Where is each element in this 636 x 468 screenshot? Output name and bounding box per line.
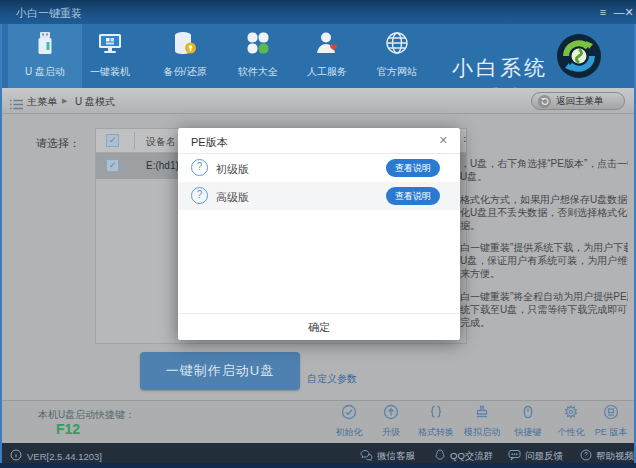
tool-simulate-boot[interactable]: 模拟启动 xyxy=(459,404,505,439)
pe-option-advanced: ? 高级版 查看说明 xyxy=(178,182,460,210)
list-icon xyxy=(10,96,23,114)
database-backup-icon xyxy=(172,30,198,56)
window-left-border xyxy=(0,24,2,463)
help-text-line: 化U盘且不丢失数据，否则选择格式化U盘 xyxy=(460,206,628,219)
row-checkbox[interactable]: ✓ xyxy=(106,159,119,172)
tool-format-convert[interactable]: 格式转换 xyxy=(413,404,459,439)
help-text-line: U盘。 xyxy=(460,170,487,183)
check-circle-icon xyxy=(341,406,357,423)
usb-drive-icon xyxy=(32,30,58,56)
person-heart-icon xyxy=(314,30,340,56)
tool-hotkeys[interactable]: 快捷键 xyxy=(505,404,551,439)
nav-item-software[interactable]: 软件大全 xyxy=(221,24,295,88)
breadcrumb-separator-icon: ▶ xyxy=(62,97,67,105)
nav-item-support[interactable]: 人工服务 xyxy=(290,24,364,88)
window-title: 小白一键重装 xyxy=(16,6,82,21)
return-main-menu-label: 返回主菜单 xyxy=(556,95,604,108)
hotkey-label: 本机U盘启动快捷键： xyxy=(38,408,135,422)
select-all-checkbox[interactable]: ✓ xyxy=(106,134,119,147)
status-bar: VER[2.5.44.1203] 微信客服 QQ交流群 xyxy=(0,443,636,463)
confirm-button[interactable]: 确定 xyxy=(178,313,460,340)
pe-option-label: 初级版 xyxy=(216,162,249,177)
help-text-line: 白一键重装”提供系统下载，为用户下载系 xyxy=(460,241,628,254)
help-text-line: 格式化方式，如果用户想保存U盘数据，就 xyxy=(460,193,628,206)
nav-item-label: 一键装机 xyxy=(73,65,147,79)
dialog-close-icon[interactable]: ✕ xyxy=(439,134,448,147)
help-text-line: ，U盘，右下角选择“PE版本”，点击一键 xyxy=(460,157,628,170)
nav-item-official-site[interactable]: 官方网站 xyxy=(360,24,434,88)
column-header-device-name: 设备名 xyxy=(146,135,176,149)
header-divider xyxy=(134,132,135,149)
globe-icon xyxy=(384,30,410,56)
pe-version-dialog: PE版本 ✕ ? 初级版 查看说明 ? 高级版 查看说明 确定 xyxy=(178,128,460,340)
nav-item-label: 备份/还原 xyxy=(148,65,222,79)
help-text-panel: ： ，U盘，右下角选择“PE版本”，点击一键 U盘。 格式化方式，如果用户想保存… xyxy=(460,114,628,400)
nav-item-one-click-install[interactable]: 一键装机 xyxy=(73,24,147,88)
return-main-menu-button[interactable]: 返回主菜单 xyxy=(531,92,625,110)
app-window: 小白一键重装 ≡ — ✕ U 盘启动 xyxy=(0,0,636,468)
nav-bar: U 盘启动 一键装机 xyxy=(0,24,636,88)
breadcrumb-bar: 主菜单 ▶ U 盘模式 返回主菜单 xyxy=(0,88,636,114)
nav-item-label: U 盘启动 xyxy=(8,65,82,79)
view-details-button[interactable]: 查看说明 xyxy=(386,159,440,177)
help-text-line: ： xyxy=(460,132,470,145)
brand-name: 小白系统 xyxy=(452,56,548,79)
tool-initialize[interactable]: 初始化 xyxy=(326,404,372,439)
stamp-icon xyxy=(474,406,490,423)
custom-params-link[interactable]: 自定义参数 xyxy=(307,372,357,386)
breadcrumb-current: U 盘模式 xyxy=(75,95,115,109)
nav-item-label: 人工服务 xyxy=(290,65,364,79)
window-menu-icon[interactable]: ≡ xyxy=(596,4,610,20)
monitor-icon xyxy=(97,30,123,56)
tool-pe-version[interactable]: PE 版本 xyxy=(588,404,634,439)
software-grid-icon xyxy=(245,30,271,56)
dialog-header: PE版本 ✕ xyxy=(178,128,460,154)
make-boot-usb-button[interactable]: 一键制作启动U盘 xyxy=(140,352,300,390)
pe-version-icon xyxy=(603,406,619,423)
hotkey-bar: 本机U盘启动快捷键： F12 初始化 升级 xyxy=(0,400,636,443)
help-text-line: 完成。 xyxy=(460,316,490,329)
arrow-up-circle-icon xyxy=(383,406,399,423)
nav-item-label: 软件大全 xyxy=(221,65,295,79)
question-circle-icon: ? xyxy=(191,159,208,176)
titlebar: 小白一键重装 ≡ — ✕ xyxy=(0,0,636,24)
tool-upgrade[interactable]: 升级 xyxy=(368,404,414,439)
close-icon[interactable]: ✕ xyxy=(622,4,636,20)
question-circle-icon: ? xyxy=(191,187,208,204)
help-text-line: U盘，保证用户有系统可装，为用户维护以 xyxy=(460,254,628,267)
help-text-line: 来方便。 xyxy=(460,267,500,280)
hotkey-value: F12 xyxy=(56,421,80,437)
dialog-title: PE版本 xyxy=(191,135,228,150)
gear-flower-icon xyxy=(563,406,579,423)
help-text-line: 白一键重装”将全程自动为用户提供PE版本 xyxy=(460,290,628,303)
view-details-button[interactable]: 查看说明 xyxy=(386,187,440,205)
pe-option-basic: ? 初级版 查看说明 xyxy=(178,154,460,182)
mouse-icon xyxy=(520,406,536,423)
nav-item-label: 官方网站 xyxy=(360,65,434,79)
nav-item-backup-restore[interactable]: 备份/还原 xyxy=(148,24,222,88)
window-bottom-border xyxy=(0,463,636,468)
nav-item-usb-boot[interactable]: U 盘启动 xyxy=(8,24,82,88)
help-text-line: 统下载至U盘，只需等待下载完成即可。U xyxy=(460,303,628,316)
version-text: VER[2.5.44.1203] xyxy=(27,451,102,462)
brand-logo-icon xyxy=(556,33,602,79)
help-text-line: 据。 xyxy=(460,219,480,232)
pe-option-label: 高级版 xyxy=(216,190,249,205)
select-label: 请选择： xyxy=(36,136,80,151)
back-arrow-icon xyxy=(538,95,551,108)
braces-icon xyxy=(428,406,444,423)
breadcrumb-root[interactable]: 主菜单 xyxy=(27,95,57,109)
